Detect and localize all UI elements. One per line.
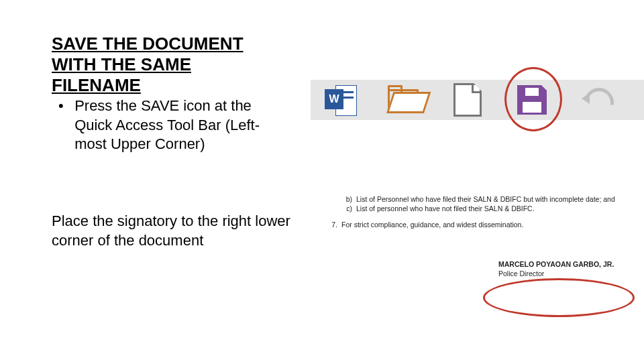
document-excerpt: b) List of Personnel who have filed thei… (311, 194, 639, 278)
bullet-dot: • (58, 97, 70, 116)
list-label-b: b) (337, 194, 356, 204)
list-text-b: List of Personnel who have filed their S… (356, 194, 639, 204)
undo-button[interactable] (564, 80, 629, 120)
quick-access-toolbar: W (311, 80, 644, 120)
instruction-paragraph: Place the signatory to the right lower c… (52, 212, 293, 250)
folder-open-icon (386, 86, 420, 113)
bullet-text: Press the SAVE icon at the Quick Access … (74, 97, 282, 154)
word-app-icon[interactable]: W (311, 80, 371, 120)
list-label-7: 7. (311, 220, 341, 229)
list-text-7: For strict compliance, guidance, and wid… (341, 220, 639, 229)
undo-icon (580, 85, 612, 115)
signatory-name: MARCELO POYAOAN GARBO, JR. (498, 259, 639, 269)
new-document-icon (453, 83, 482, 117)
bullet-item-1: • Press the SAVE icon at the Quick Acces… (58, 97, 286, 154)
slide-title: SAVE THE DOCUMENT WITH THE SAME FILENAME (52, 34, 273, 97)
highlight-ring-signatory (483, 278, 635, 317)
save-button[interactable] (500, 80, 564, 120)
signatory-title: Police Director (498, 269, 639, 278)
signatory-block: MARCELO POYAOAN GARBO, JR. Police Direct… (498, 259, 639, 278)
new-document-button[interactable] (435, 80, 500, 120)
open-button[interactable] (371, 80, 435, 120)
word-badge: W (325, 89, 343, 109)
list-text-c: List of personnel who have not filed the… (356, 204, 639, 213)
list-label-c: c) (337, 204, 356, 213)
save-icon (517, 85, 547, 115)
